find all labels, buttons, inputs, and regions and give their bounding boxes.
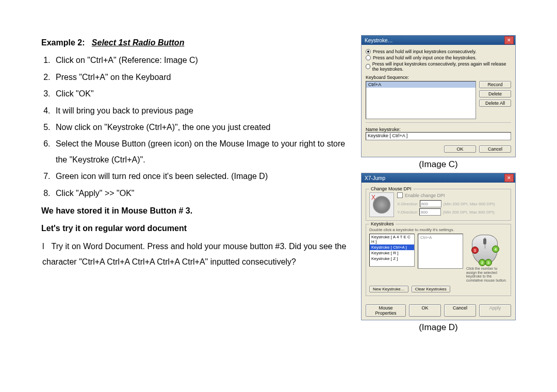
list-item[interactable]: Keystroke [ A 4 T E C H ]: [370, 234, 414, 244]
step-item: Now click on "Keystroke (Ctrl+A)", the o…: [53, 120, 351, 135]
dpi-group: Change Mouse DPI X Enable change DPI X-D…: [366, 189, 511, 221]
radio-option-1[interactable]: Press and hold will input keystrokes con…: [366, 49, 511, 54]
example-prefix: Example 2:: [41, 38, 85, 47]
step-item: Select the Mouse Button (green icon) on …: [53, 136, 351, 168]
bullet-item: Try it on Word Document. Press and hold …: [42, 239, 351, 270]
record-button[interactable]: Record: [479, 81, 511, 88]
ydir-spinner[interactable]: 800: [419, 208, 441, 216]
step-item: Click "OK": [53, 86, 351, 102]
sequence-label: Keyboard Sequence:: [366, 75, 511, 80]
caption-image-c: (Image C): [361, 159, 516, 170]
mouse-icon[interactable]: 1 2 3 4: [466, 234, 503, 266]
step-item: Green icon will turn red once it's been …: [53, 169, 351, 184]
mouse-properties-button[interactable]: Mouse Properties: [366, 304, 406, 317]
cancel-button[interactable]: Cancel: [444, 304, 476, 317]
apply-button[interactable]: Apply: [479, 304, 511, 317]
dialog-titlebar[interactable]: Keystroke… ✕: [362, 36, 515, 45]
xdir-spinner[interactable]: 800: [420, 200, 441, 207]
fan-icon: X: [369, 192, 394, 217]
enable-dpi-checkbox[interactable]: Enable change DPI: [397, 192, 507, 198]
caption-image-d: (Image D): [361, 322, 516, 333]
cancel-button[interactable]: Cancel: [479, 145, 511, 153]
radio-icon: [366, 64, 370, 69]
radio-label: Press and hold will only input once the …: [373, 55, 477, 60]
step-item: Press "Ctrl+A" on the Keyboard: [53, 70, 351, 85]
keystroke-dialog: Keystroke… ✕ Press and hold will input k…: [361, 35, 516, 157]
mouse-button-3[interactable]: 3: [485, 259, 492, 266]
delete-all-button[interactable]: Delete All: [479, 100, 511, 107]
name-label: Name keystroke:: [366, 127, 511, 132]
bullet-list: Try it on Word Document. Press and hold …: [41, 239, 351, 270]
instruction-text: Example 2: Select 1st Radio Button Click…: [41, 35, 351, 335]
mouse-button-1[interactable]: 1: [471, 247, 479, 254]
radio-icon: [366, 49, 371, 54]
list-item[interactable]: Keystroke [ R ]: [370, 250, 414, 256]
mouse-hint: Click the number to assign the selected …: [466, 267, 507, 283]
new-keystroke-button[interactable]: New Keystroke…: [369, 286, 408, 292]
xdir-label: X-Direction: [397, 202, 418, 206]
example-title: Select 1st Radio Button: [92, 38, 185, 47]
keystroke-preview: Ctrl+A: [418, 234, 463, 269]
delete-button[interactable]: Delete: [479, 90, 511, 97]
sequence-item[interactable]: Ctrl+A: [366, 81, 476, 88]
radio-label: Press will input keystrokes consecutivel…: [372, 61, 511, 72]
dialog-title: X7-Jump: [365, 175, 385, 181]
close-icon[interactable]: ✕: [504, 174, 514, 182]
dialog-title: Keystroke…: [365, 38, 392, 43]
subheading-stored: We have stored it in Mouse Button # 3.: [41, 203, 351, 219]
keystrokes-note: Double click a keystroke to modify it's …: [369, 227, 507, 232]
mouse-button-4[interactable]: 4: [492, 246, 499, 253]
list-item[interactable]: Keystroke [ Ctrl+A ]: [370, 244, 414, 250]
list-item[interactable]: Keystroke [ Z ]: [370, 256, 414, 262]
sequence-listbox[interactable]: Ctrl+A: [366, 81, 476, 119]
x7-jump-dialog: X7-Jump ✕ Change Mouse DPI X Enable chan…: [361, 173, 516, 320]
clear-keystrokes-button[interactable]: Clear Keystrokes: [412, 286, 450, 292]
step-list: Click on "Ctrl+A" (Reference: Image C) P…: [41, 53, 351, 201]
name-input[interactable]: Keystroke [ Ctrl+A ]: [366, 132, 511, 140]
step-item: It will bring you back to previous page: [53, 103, 351, 119]
example-heading: Example 2: Select 1st Radio Button: [41, 35, 351, 51]
ydir-label: Y-Direction: [397, 210, 417, 215]
dpi-hint: (Min 200 DPI, Max 800 DPI): [443, 210, 495, 215]
keystroke-listbox[interactable]: Keystroke [ A 4 T E C H ] Keystroke [ Ct…: [369, 234, 415, 267]
group-title: Change Mouse DPI: [369, 186, 413, 191]
dpi-hint: (Min 200 DPI, Max 800 DPI): [444, 202, 495, 206]
group-title: Keystrokes: [369, 221, 396, 226]
step-item: Click on "Ctrl+A" (Reference: Image C): [53, 53, 351, 68]
ok-button[interactable]: OK: [409, 304, 441, 317]
checkbox-icon: [397, 192, 403, 198]
keystrokes-group: Keystrokes Double click a keystroke to m…: [366, 224, 511, 296]
dialog-titlebar[interactable]: X7-Jump ✕: [362, 173, 515, 183]
radio-icon: [366, 55, 371, 60]
radio-option-3[interactable]: Press will input keystrokes consecutivel…: [366, 61, 511, 72]
step-item: Click "Apply" >> "OK": [53, 186, 351, 201]
radio-label: Press and hold will input keystrokes con…: [373, 49, 477, 54]
close-icon[interactable]: ✕: [504, 36, 514, 44]
radio-option-2[interactable]: Press and hold will only input once the …: [366, 55, 511, 60]
checkbox-label: Enable change DPI: [405, 193, 445, 198]
subheading-try: Let's try it on regular word document: [41, 221, 351, 236]
ok-button[interactable]: OK: [444, 145, 476, 153]
